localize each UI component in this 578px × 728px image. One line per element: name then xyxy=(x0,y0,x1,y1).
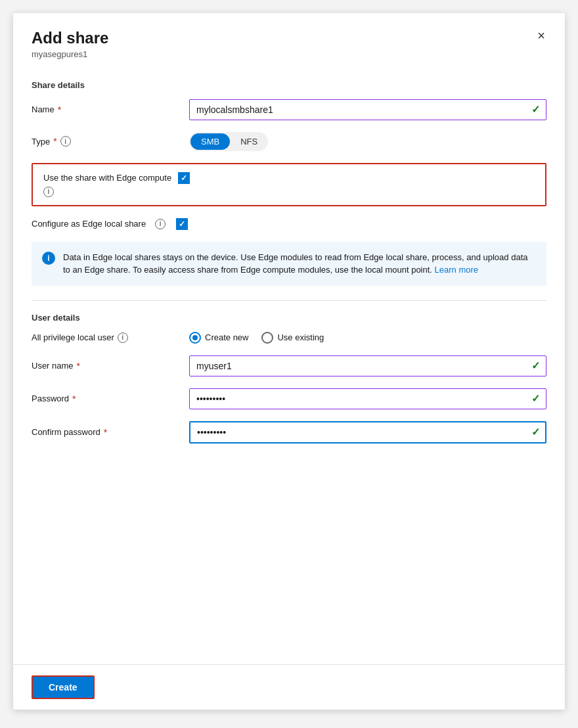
type-info-icon[interactable]: i xyxy=(60,136,71,147)
radio-create-new[interactable]: Create new xyxy=(189,332,248,344)
password-input[interactable] xyxy=(189,388,546,409)
all-privilege-label: All privilege local user i xyxy=(32,332,189,343)
name-row: Name * ✓ xyxy=(32,99,546,120)
type-required-star: * xyxy=(53,136,56,147)
radio-group: Create new Use existing xyxy=(189,332,324,344)
username-required-star: * xyxy=(77,361,80,371)
create-button[interactable]: Create xyxy=(32,675,95,699)
edge-compute-row: Use the share with Edge compute ✓ xyxy=(43,172,190,184)
dialog-body: Share details Name * ✓ Type * i SMB NFS xyxy=(13,64,565,664)
type-toggle[interactable]: SMB NFS xyxy=(189,132,268,151)
password-label: Password * xyxy=(32,394,189,404)
confirm-password-check-icon: ✓ xyxy=(531,426,540,438)
info-box-icon: i xyxy=(42,252,55,265)
edge-compute-box: Use the share with Edge compute ✓ i xyxy=(32,163,546,206)
radio-use-existing-label: Use existing xyxy=(277,332,324,342)
info-box: i Data in Edge local shares stays on the… xyxy=(32,242,546,286)
learn-more-link[interactable]: Learn more xyxy=(435,265,478,275)
radio-use-existing-circle[interactable] xyxy=(261,332,273,344)
user-details-section-label: User details xyxy=(32,313,546,323)
add-share-dialog: Add share myasegpures1 × Share details N… xyxy=(13,13,565,710)
toggle-smb[interactable]: SMB xyxy=(190,133,230,150)
password-check-icon: ✓ xyxy=(531,392,540,405)
password-required-star: * xyxy=(72,394,76,404)
edge-compute-content: Use the share with Edge compute ✓ i xyxy=(43,172,190,197)
username-label: User name * xyxy=(32,361,189,371)
dialog-subtitle: myasegpures1 xyxy=(32,49,546,59)
password-row: Password * ✓ xyxy=(32,388,546,409)
info-box-text: Data in Edge local shares stays on the d… xyxy=(63,251,536,277)
username-row: User name * ✓ xyxy=(32,355,546,376)
password-input-wrapper: ✓ xyxy=(189,388,546,409)
confirm-password-input[interactable] xyxy=(189,421,546,444)
username-check-icon: ✓ xyxy=(531,359,540,372)
radio-use-existing[interactable]: Use existing xyxy=(261,332,324,344)
edge-local-row: Configure as Edge local share i ✓ xyxy=(32,218,546,230)
confirm-password-label: Confirm password * xyxy=(32,427,189,438)
edge-compute-info-icon[interactable]: i xyxy=(43,187,54,197)
name-label: Name * xyxy=(32,104,189,115)
name-required-star: * xyxy=(58,104,61,115)
section-divider xyxy=(32,300,546,301)
radio-create-new-circle[interactable] xyxy=(189,332,201,344)
radio-create-new-label: Create new xyxy=(205,332,248,342)
edge-local-label: Configure as Edge local share xyxy=(32,219,146,229)
username-input-wrapper: ✓ xyxy=(189,355,546,376)
close-button[interactable]: × xyxy=(531,25,552,46)
edge-compute-label: Use the share with Edge compute xyxy=(43,173,171,183)
share-details-section-label: Share details xyxy=(32,80,546,90)
confirm-password-required-star: * xyxy=(104,427,107,438)
edge-local-info-icon[interactable]: i xyxy=(155,219,166,229)
edge-local-checkbox[interactable]: ✓ xyxy=(176,218,188,230)
dialog-header: Add share myasegpures1 × xyxy=(13,13,565,64)
dialog-title: Add share xyxy=(32,29,546,48)
confirm-password-input-wrapper: ✓ xyxy=(189,421,546,444)
type-label: Type * i xyxy=(32,136,189,147)
confirm-password-row: Confirm password * ✓ xyxy=(32,421,546,444)
edge-compute-checkbox[interactable]: ✓ xyxy=(178,172,190,184)
toggle-nfs[interactable]: NFS xyxy=(230,133,268,150)
edge-compute-info-row: i xyxy=(43,187,190,197)
name-input[interactable] xyxy=(189,99,546,120)
name-check-icon: ✓ xyxy=(531,103,540,116)
all-privilege-info-icon[interactable]: i xyxy=(118,332,128,343)
all-privilege-row: All privilege local user i Create new Us… xyxy=(32,332,546,344)
name-input-wrapper: ✓ xyxy=(189,99,546,120)
username-input[interactable] xyxy=(189,355,546,376)
type-row: Type * i SMB NFS xyxy=(32,132,546,151)
dialog-footer: Create xyxy=(13,664,565,710)
